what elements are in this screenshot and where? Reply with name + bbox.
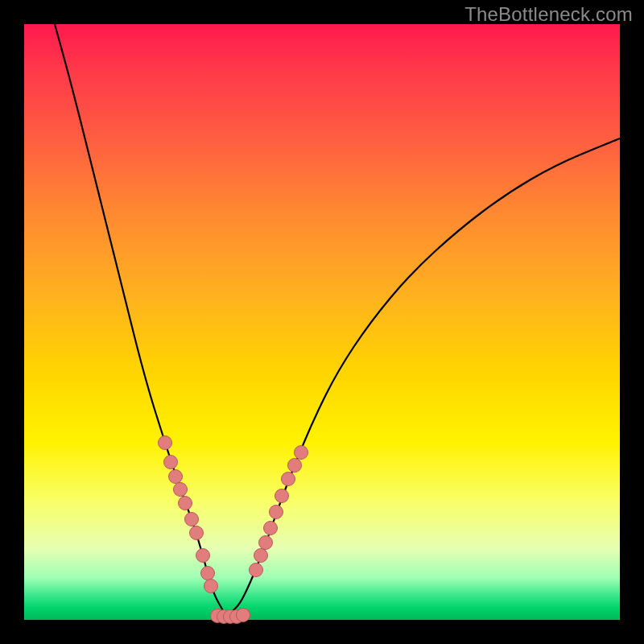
watermark-text: TheBottleneck.com bbox=[464, 3, 633, 26]
bottleneck-curve bbox=[55, 24, 620, 615]
data-dot bbox=[275, 489, 289, 503]
data-dot bbox=[237, 609, 250, 622]
data-dot bbox=[179, 497, 192, 510]
data-dots bbox=[159, 436, 308, 624]
data-dot bbox=[264, 522, 278, 535]
data-dot bbox=[288, 459, 302, 473]
data-dot bbox=[174, 483, 188, 497]
data-dot bbox=[190, 526, 204, 540]
data-dot bbox=[201, 567, 215, 580]
data-dot bbox=[159, 436, 172, 450]
data-dot bbox=[282, 473, 295, 486]
data-dot bbox=[270, 506, 283, 519]
data-dot bbox=[196, 549, 210, 563]
data-dot bbox=[254, 549, 268, 563]
data-dot bbox=[185, 513, 199, 526]
plot-area bbox=[24, 24, 620, 620]
data-dot bbox=[259, 536, 273, 550]
data-dot bbox=[204, 580, 218, 593]
data-dot bbox=[295, 446, 308, 460]
data-dot bbox=[164, 456, 178, 469]
curve-svg bbox=[24, 24, 620, 620]
chart-frame: TheBottleneck.com bbox=[0, 0, 644, 644]
data-dot bbox=[250, 564, 263, 577]
data-dot bbox=[169, 470, 183, 484]
